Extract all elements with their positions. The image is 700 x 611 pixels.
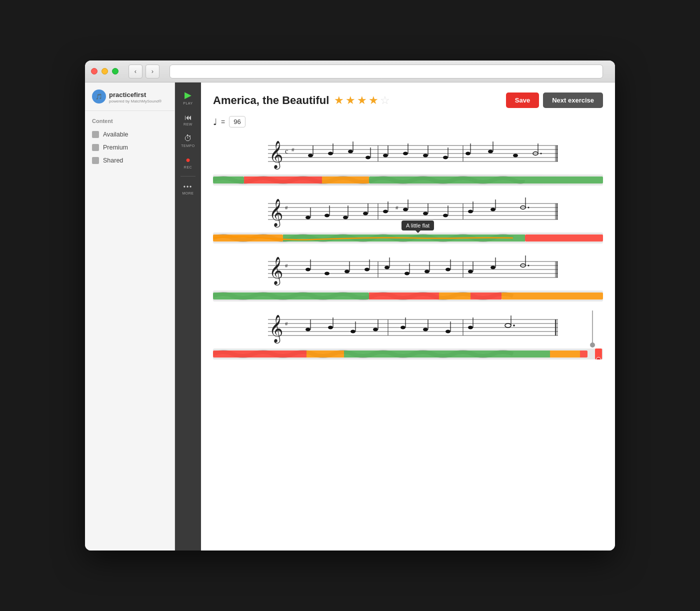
svg-point-95 (468, 270, 473, 274)
tempo-area: ♩ = 96 (213, 116, 603, 128)
svg-point-30 (513, 154, 518, 158)
svg-point-101 (528, 265, 530, 266)
titlebar: ‹ › (85, 60, 615, 82)
rec-label: REC (184, 166, 192, 169)
address-bar[interactable] (170, 64, 603, 78)
shared-icon (92, 157, 99, 164)
ctrl-divider (180, 176, 196, 176)
rew-icon: ⏮ (184, 113, 192, 122)
svg-point-83 (344, 270, 350, 274)
premium-icon (92, 144, 99, 151)
logo-subtext: powered by MatchMySound® (109, 99, 162, 104)
rew-button[interactable]: ⏮ REW (178, 110, 198, 129)
svg-text:c: c (285, 148, 288, 155)
waveform-color-3 (213, 292, 603, 300)
app-window: ‹ › 🎵 practicefirst powered by MatchMy (85, 60, 615, 550)
svg-point-68 (528, 207, 530, 208)
sidebar-item-available[interactable]: Available (85, 128, 174, 141)
star-2: ★ (346, 94, 356, 107)
svg-point-82 (324, 272, 330, 276)
music-row-2: 𝄞 # # (213, 194, 603, 244)
svg-point-24 (443, 156, 448, 160)
more-button[interactable]: ••• MORE (178, 180, 198, 198)
maximize-button[interactable] (112, 68, 118, 74)
page-header: America, the Beautiful ★ ★ ★ ★ ☆ Save Ne… (213, 92, 603, 108)
app-body: 🎵 practicefirst powered by MatchMySound®… (85, 82, 615, 550)
minimize-button[interactable] (102, 68, 108, 74)
waveform-3 (213, 290, 603, 302)
svg-point-97 (490, 266, 496, 270)
logo-icon: 🎵 (92, 90, 106, 104)
svg-text:𝄞: 𝄞 (269, 198, 283, 228)
rec-icon: ● (186, 156, 190, 164)
svg-point-45 (306, 216, 310, 220)
svg-point-80 (306, 268, 310, 272)
svg-text:𝄞: 𝄞 (269, 140, 283, 170)
sidebar-item-premium[interactable]: Premium (85, 141, 174, 154)
star-rating: ★ ★ ★ ★ ☆ (334, 94, 390, 107)
tempo-value[interactable]: 96 (229, 116, 245, 128)
svg-point-121 (400, 326, 406, 330)
svg-point-26 (466, 152, 470, 156)
svg-point-91 (424, 270, 430, 274)
svg-point-64 (490, 208, 496, 212)
svg-text:𝄞: 𝄞 (269, 256, 283, 286)
svg-point-12 (328, 152, 333, 156)
svg-text:#: # (396, 204, 398, 210)
tooltip-flat: A little flat (402, 220, 434, 230)
svg-text:𝄞: 𝄞 (269, 314, 283, 344)
svg-point-58 (423, 212, 428, 216)
logo-name: practicefirst (109, 91, 146, 98)
rec-button[interactable]: ● REC (178, 152, 198, 172)
star-5: ☆ (380, 94, 390, 107)
svg-point-125 (446, 330, 450, 334)
content-label: Content (85, 118, 174, 128)
tempo-note-icon: ♩ (213, 116, 217, 128)
control-panel: ▶ PLAY ⏮ REW ⏱ TEMPO ● REC ••• MORE (175, 82, 201, 550)
svg-point-115 (328, 326, 333, 330)
svg-point-53 (383, 210, 388, 214)
svg-point-87 (384, 266, 390, 270)
tempo-label: TEMPO (181, 144, 194, 148)
waveform-2 (213, 232, 603, 244)
play-label: PLAY (183, 102, 192, 105)
svg-text:#: # (292, 146, 294, 152)
music-row-4: 𝄞 # (213, 310, 603, 360)
more-label: MORE (182, 192, 194, 195)
save-button[interactable]: Save (506, 92, 539, 108)
svg-point-127 (468, 326, 473, 330)
svg-point-56 (403, 208, 408, 212)
nav-buttons: ‹ › (128, 64, 160, 78)
next-exercise-button[interactable]: Next exercise (543, 92, 603, 108)
svg-text:#: # (285, 262, 288, 268)
waveform-1 (213, 174, 603, 186)
back-button[interactable]: ‹ (128, 64, 142, 78)
play-button[interactable]: ▶ PLAY (178, 86, 198, 108)
song-title: America, the Beautiful (213, 94, 329, 107)
tempo-button[interactable]: ⏱ TEMPO (178, 131, 198, 150)
playhead-line (592, 310, 593, 346)
waveform-4 (213, 348, 603, 360)
star-1: ★ (334, 94, 344, 107)
star-3: ★ (357, 94, 367, 107)
song-title-area: America, the Beautiful ★ ★ ★ ★ ☆ (213, 94, 390, 107)
svg-point-85 (364, 268, 370, 272)
logo-area: 🎵 practicefirst powered by MatchMySound® (85, 90, 174, 111)
svg-point-51 (363, 212, 368, 216)
tempo-equals: = (221, 118, 225, 126)
sidebar-item-shared[interactable]: Shared (85, 154, 174, 167)
sidebar-item-shared-label: Shared (103, 157, 123, 164)
svg-text:🎵: 🎵 (96, 93, 102, 100)
svg-point-93 (446, 268, 450, 272)
tooltip-text: A little flat (406, 222, 430, 228)
close-button[interactable] (91, 68, 98, 74)
svg-point-10 (308, 154, 313, 158)
main-content: America, the Beautiful ★ ★ ★ ★ ☆ Save Ne… (201, 82, 615, 550)
star-4: ★ (368, 94, 378, 107)
svg-point-113 (306, 328, 310, 332)
svg-point-18 (383, 154, 388, 158)
logo-text: practicefirst powered by MatchMySound® (109, 90, 162, 104)
staff-svg-4: 𝄞 # (213, 310, 603, 346)
playhead-ball (590, 342, 595, 348)
forward-button[interactable]: › (146, 64, 160, 78)
